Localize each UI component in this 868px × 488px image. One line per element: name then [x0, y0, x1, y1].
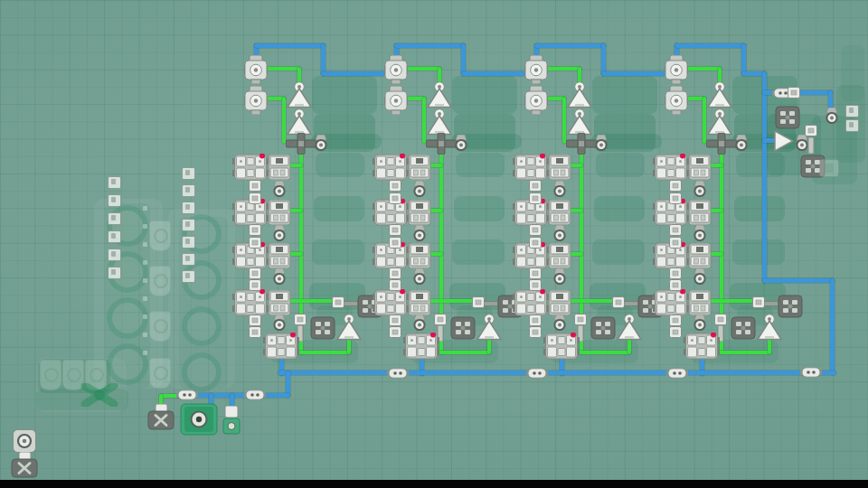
- connector-bar[interactable]: [484, 300, 498, 307]
- port-node[interactable]: [389, 314, 401, 326]
- port-node[interactable]: [669, 192, 682, 204]
- wire-node[interactable]: [454, 135, 468, 151]
- logic-unit[interactable]: [232, 154, 269, 181]
- shape-operator[interactable]: [450, 316, 476, 340]
- port-node[interactable]: [574, 314, 587, 325]
- wire-node[interactable]: [825, 108, 839, 124]
- memory-unit[interactable]: [548, 290, 571, 315]
- port-node[interactable]: [714, 314, 727, 325]
- memory-unit[interactable]: [548, 200, 571, 225]
- logic-unit[interactable]: [653, 154, 689, 181]
- wire-node[interactable]: [272, 181, 287, 197]
- wire-node[interactable]: [412, 268, 427, 285]
- port-node[interactable]: [805, 125, 817, 136]
- connector-bar[interactable]: [764, 300, 778, 307]
- port-node[interactable]: [788, 87, 800, 99]
- memory-unit[interactable]: [408, 155, 431, 180]
- port-node[interactable]: [669, 180, 682, 192]
- logic-unit[interactable]: [684, 333, 720, 360]
- wire-node[interactable]: [552, 268, 567, 285]
- virtual-processor[interactable]: [566, 108, 593, 136]
- logic-unit[interactable]: [403, 333, 439, 360]
- shape-operator[interactable]: [590, 316, 616, 340]
- port-node[interactable]: [389, 326, 401, 338]
- port-node[interactable]: [249, 279, 261, 291]
- port-node[interactable]: [389, 279, 401, 291]
- belt-segment[interactable]: [387, 368, 409, 379]
- port-node[interactable]: [752, 296, 765, 308]
- port-node[interactable]: [249, 237, 261, 249]
- port-node[interactable]: [669, 279, 682, 291]
- wire-node[interactable]: [272, 268, 287, 285]
- virtual-processor[interactable]: [566, 81, 593, 108]
- logic-unit[interactable]: [543, 333, 580, 360]
- virtual-processor[interactable]: [335, 314, 363, 341]
- reader-machine[interactable]: [384, 86, 408, 115]
- port-with-tank[interactable]: [222, 406, 241, 435]
- logic-unit[interactable]: [232, 289, 269, 316]
- reader-machine[interactable]: [524, 55, 548, 84]
- port-node[interactable]: [249, 314, 261, 326]
- port-node[interactable]: [529, 180, 542, 192]
- shape-operator[interactable]: [775, 106, 800, 129]
- reader-machine[interactable]: [384, 55, 408, 84]
- wire-node-large[interactable]: [13, 429, 36, 453]
- shape-operator[interactable]: [731, 316, 756, 340]
- logic-unit[interactable]: [653, 289, 689, 316]
- belt-segment[interactable]: [800, 367, 822, 378]
- memory-unit[interactable]: [408, 243, 431, 268]
- highlighted-producer[interactable]: [180, 403, 218, 436]
- port-node[interactable]: [249, 224, 261, 236]
- memory-unit[interactable]: [268, 290, 291, 315]
- virtual-processor[interactable]: [706, 81, 733, 108]
- connector-bar[interactable]: [344, 300, 358, 307]
- wire-node[interactable]: [412, 225, 427, 241]
- reader-machine[interactable]: [665, 86, 688, 115]
- logic-unit[interactable]: [513, 154, 549, 181]
- belt-segment[interactable]: [244, 389, 266, 400]
- virtual-processor[interactable]: [426, 81, 453, 108]
- wire-node[interactable]: [693, 225, 707, 241]
- port-node[interactable]: [389, 267, 401, 279]
- port-node[interactable]: [249, 180, 261, 192]
- port-node[interactable]: [529, 237, 542, 249]
- memory-unit[interactable]: [688, 290, 712, 315]
- wire-node[interactable]: [314, 135, 328, 151]
- vertical-connector[interactable]: [807, 137, 815, 154]
- shape-operator[interactable]: [310, 316, 335, 340]
- belt-segment[interactable]: [526, 368, 548, 379]
- port-node[interactable]: [249, 192, 261, 204]
- wire-node[interactable]: [594, 135, 609, 151]
- port-node[interactable]: [389, 224, 401, 236]
- wire-node[interactable]: [412, 314, 427, 331]
- virtual-processor[interactable]: [286, 108, 313, 136]
- wire-node[interactable]: [693, 314, 707, 331]
- virtual-processor[interactable]: [426, 108, 453, 136]
- logic-unit[interactable]: [263, 333, 299, 360]
- wire-node[interactable]: [734, 135, 749, 151]
- wire-node[interactable]: [272, 314, 287, 331]
- reader-machine[interactable]: [244, 55, 268, 84]
- wire-node[interactable]: [412, 181, 427, 197]
- reader-machine[interactable]: [244, 86, 268, 115]
- port-node[interactable]: [294, 314, 307, 325]
- port-node[interactable]: [529, 314, 542, 326]
- port-node[interactable]: [529, 224, 542, 236]
- memory-unit[interactable]: [408, 290, 431, 315]
- reader-machine[interactable]: [665, 55, 688, 84]
- connector-bar[interactable]: [624, 300, 638, 307]
- port-node[interactable]: [249, 267, 261, 279]
- reader-machine[interactable]: [524, 86, 548, 115]
- port-node[interactable]: [669, 237, 682, 249]
- merger-funnel[interactable]: [774, 130, 794, 152]
- wire-splitter[interactable]: [426, 133, 457, 155]
- port-node[interactable]: [529, 326, 542, 338]
- wire-node[interactable]: [272, 225, 287, 241]
- memory-unit[interactable]: [548, 243, 571, 268]
- port-node[interactable]: [669, 326, 682, 338]
- port-node[interactable]: [529, 267, 542, 279]
- wire-node[interactable]: [552, 181, 567, 197]
- virtual-processor[interactable]: [706, 108, 733, 136]
- port-node[interactable]: [669, 224, 682, 236]
- wire-node[interactable]: [693, 181, 707, 197]
